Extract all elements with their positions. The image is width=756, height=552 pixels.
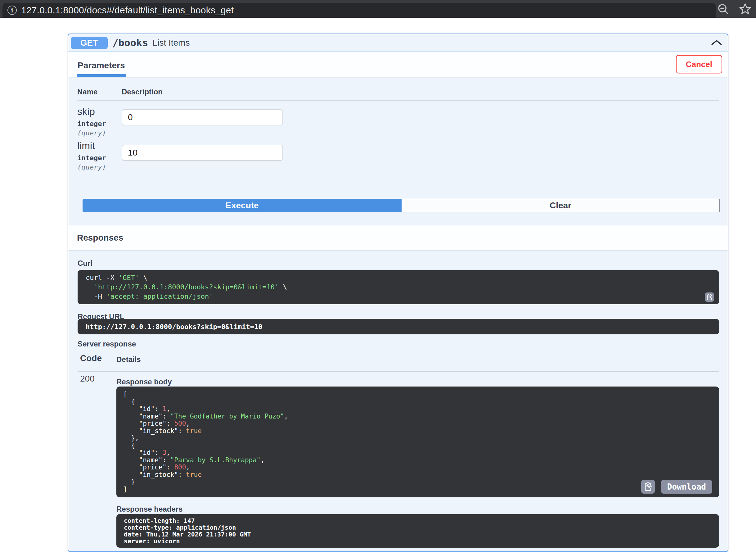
param-limit-input[interactable] [122,145,283,161]
download-button[interactable]: Download [661,480,712,494]
column-header-details: Details [117,355,141,364]
response-body-actions: Download [641,480,712,494]
browser-toolbar: i 127.0.0.1:8000/docs#/default/list_item… [0,0,756,18]
method-badge: GET [71,37,108,49]
response-body: [ { "id": 1, "name": "The Godfather by M… [117,387,719,497]
column-header-code: Code [80,353,102,363]
browser-window: i 127.0.0.1:8000/docs#/default/list_item… [0,0,756,552]
parameters-header: Parameters Cancel [68,52,728,77]
copy-response-button[interactable] [641,480,655,494]
response-headers: content-length: 147content-type: applica… [117,514,719,548]
opblock-summary[interactable]: GET /books List Items [68,34,728,52]
request-url-value: http://127.0.0.1:8000/books?skip=0&limit… [77,319,719,334]
curl-code: curl -X 'GET' \ 'http://127.0.0.1:8000/b… [86,273,711,301]
clear-button[interactable]: Clear [402,199,720,213]
page-info-icon[interactable]: i [7,6,17,15]
response-body-label: Response body [117,378,172,386]
execute-button[interactable]: Execute [82,199,402,213]
tab-parameters[interactable]: Parameters [77,60,126,77]
address-bar[interactable]: i 127.0.0.1:8000/docs#/default/list_item… [2,3,716,18]
opblock-get-books: GET /books List Items Parameters Cancel … [68,33,728,552]
param-limit-location: (query) [77,163,106,171]
toolbar-actions [717,0,752,18]
url-text: 127.0.0.1:8000/docs#/default/list_items_… [21,5,234,15]
param-limit-name: limit [77,140,95,151]
response-headers-text: content-length: 147content-type: applica… [124,517,712,545]
column-header-name: Name [77,88,98,96]
param-limit-type: integer [77,154,106,162]
responses-section-header: Responses [68,226,728,250]
param-skip-type: integer [77,120,106,128]
status-code: 200 [80,374,94,384]
server-response-label: Server response [77,339,136,348]
response-body-json: [ { "id": 1, "name": "The Godfather by M… [123,391,712,493]
responses-title: Responses [77,233,123,243]
copy-curl-button[interactable] [705,292,714,302]
clipboard-copy-icon [643,482,653,492]
chevron-up-icon[interactable] [710,39,723,46]
curl-label: Curl [77,259,92,268]
response-headers-label: Response headers [117,505,182,514]
table-divider [77,100,719,101]
column-header-description: Description [122,88,163,96]
bookmark-star-icon[interactable] [739,2,752,15]
tab-parameters-label: Parameters [77,60,125,70]
zoom-out-icon[interactable] [717,3,729,15]
cancel-button[interactable]: Cancel [676,55,722,74]
endpoint-path: /books [112,37,148,49]
param-skip-input[interactable] [122,109,283,125]
curl-command: curl -X 'GET' \ 'http://127.0.0.1:8000/b… [77,270,719,304]
param-skip-name: skip [77,106,95,117]
clipboard-copy-icon [706,293,713,301]
execute-row: Execute Clear [82,199,720,213]
endpoint-summary: List Items [153,38,190,48]
param-skip-location: (query) [77,129,106,137]
response-table-divider [77,371,719,372]
